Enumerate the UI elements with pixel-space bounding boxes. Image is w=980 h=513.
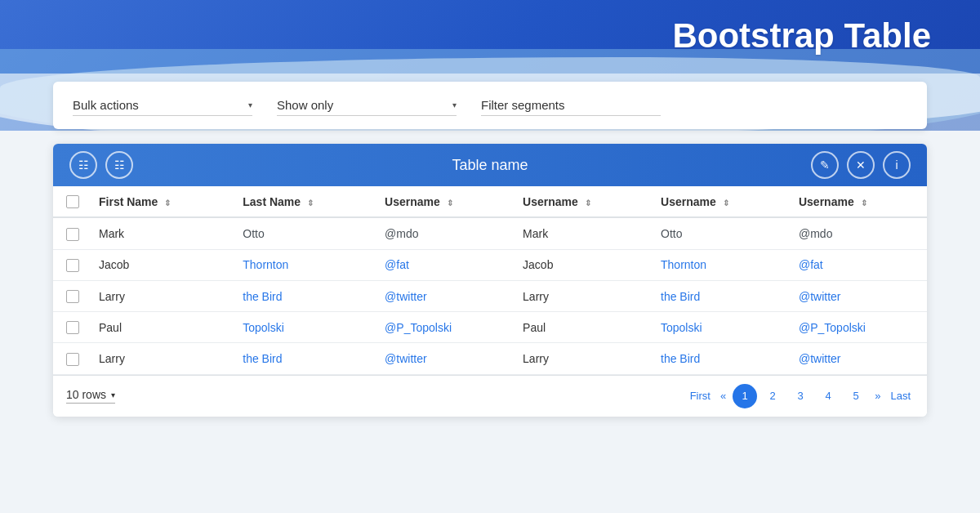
- row-checkbox[interactable]: [66, 290, 79, 303]
- rows-per-page-select[interactable]: 10 rows ▾: [66, 388, 115, 404]
- cell-last-name: the Bird: [233, 343, 375, 374]
- sort-icon-user3: ⇕: [723, 199, 729, 207]
- info-icon: i: [895, 158, 898, 172]
- pagination-page-4[interactable]: 4: [816, 384, 840, 408]
- table-header-row: First Name ⇕ Last Name ⇕ Username ⇕ User…: [53, 186, 927, 217]
- cell-username-4: @twitter: [789, 343, 927, 374]
- pagination-page-1[interactable]: 1: [733, 384, 757, 408]
- cell-username-1: @fat: [375, 249, 513, 280]
- row-checkbox-cell[interactable]: [53, 280, 89, 311]
- cell-first-name: Jacob: [89, 249, 233, 280]
- cell-username-2: Paul: [513, 312, 651, 343]
- cell-username-3: Topolski: [651, 312, 789, 343]
- edit-button[interactable]: ✎: [811, 151, 839, 179]
- cell-username-2: Larry: [513, 343, 651, 374]
- select-all-checkbox[interactable]: [66, 195, 79, 208]
- rows-per-page-label: 10 rows: [66, 388, 106, 401]
- edit-icon: ✎: [820, 158, 830, 172]
- cell-username-1: @twitter: [375, 280, 513, 311]
- cell-username-2: Jacob: [513, 249, 651, 280]
- main-content: Bulk actions ▾ Show only ▾ Filter segmen…: [0, 0, 980, 513]
- row-checkbox-cell[interactable]: [53, 343, 89, 374]
- show-only-label: Show only: [277, 98, 446, 112]
- col-first-name[interactable]: First Name ⇕: [89, 186, 233, 217]
- cell-username-1: @P_Topolski: [375, 312, 513, 343]
- info-button[interactable]: i: [883, 151, 911, 179]
- cell-username-3: the Bird: [651, 343, 789, 374]
- table-head: First Name ⇕ Last Name ⇕ Username ⇕ User…: [53, 186, 927, 217]
- cell-first-name: Paul: [89, 312, 233, 343]
- table-body: MarkOtto@mdoMarkOtto@mdoJacobThornton@fa…: [53, 217, 927, 374]
- filter-segments-label: Filter segments: [481, 98, 661, 112]
- cell-username-4: @mdo: [789, 217, 927, 249]
- cell-first-name: Mark: [89, 217, 233, 249]
- row-checkbox-cell[interactable]: [53, 249, 89, 280]
- show-only-dropdown[interactable]: Show only ▾: [277, 95, 457, 116]
- pagination: First « 1 2 3 4 5 » Last: [687, 384, 914, 408]
- cell-username-2: Larry: [513, 280, 651, 311]
- col-username-2[interactable]: Username ⇕: [513, 186, 651, 217]
- pagination-next[interactable]: »: [871, 384, 884, 408]
- cell-username-2: Mark: [513, 217, 651, 249]
- row-checkbox[interactable]: [66, 353, 79, 366]
- bulk-actions-dropdown[interactable]: Bulk actions ▾: [73, 95, 252, 116]
- sort-icon-user4: ⇕: [861, 199, 867, 207]
- cell-username-4: @fat: [789, 249, 927, 280]
- table-header-bar: ☷ ☷ Table name ✎ ✕ i: [53, 144, 927, 186]
- cell-last-name: Thornton: [233, 249, 375, 280]
- table-icons-right: ✎ ✕ i: [811, 151, 911, 179]
- table-row: JacobThornton@fatJacobThornton@fat: [53, 249, 927, 280]
- cell-last-name: Topolski: [233, 312, 375, 343]
- table-row: Larrythe Bird@twitterLarrythe Bird@twitt…: [53, 280, 927, 311]
- select-all-header[interactable]: [53, 186, 89, 217]
- data-table: First Name ⇕ Last Name ⇕ Username ⇕ User…: [53, 186, 927, 375]
- cell-first-name: Larry: [89, 280, 233, 311]
- show-only-arrow: ▾: [452, 100, 457, 109]
- row-checkbox[interactable]: [66, 259, 79, 272]
- pagination-page-3[interactable]: 3: [788, 384, 813, 408]
- filter-segments-input[interactable]: Filter segments: [481, 95, 661, 116]
- bulk-actions-arrow: ▾: [248, 100, 252, 109]
- table-view-button[interactable]: ☷: [105, 151, 133, 179]
- sort-icon-user1: ⇕: [447, 199, 453, 207]
- table-card: ☷ ☷ Table name ✎ ✕ i: [53, 144, 927, 417]
- cell-username-3: the Bird: [651, 280, 789, 311]
- bulk-actions-label: Bulk actions: [73, 98, 242, 112]
- rows-per-page-arrow: ▾: [111, 390, 115, 399]
- close-button[interactable]: ✕: [847, 151, 875, 179]
- row-checkbox[interactable]: [66, 321, 79, 334]
- sort-icon-lastname: ⇕: [307, 199, 314, 207]
- col-last-name[interactable]: Last Name ⇕: [233, 186, 375, 217]
- sort-icon-firstname: ⇕: [164, 199, 171, 207]
- pagination-prev[interactable]: «: [717, 384, 729, 408]
- pagination-last[interactable]: Last: [887, 384, 914, 408]
- table-row: PaulTopolski@P_TopolskiPaulTopolski@P_To…: [53, 312, 927, 343]
- row-checkbox-cell[interactable]: [53, 312, 89, 343]
- cell-username-1: @mdo: [375, 217, 513, 249]
- close-icon: ✕: [856, 158, 866, 172]
- col-username-3[interactable]: Username ⇕: [651, 186, 789, 217]
- cell-username-4: @twitter: [789, 280, 927, 311]
- row-checkbox[interactable]: [66, 228, 79, 241]
- row-checkbox-cell[interactable]: [53, 217, 89, 249]
- page-title: Bootstrap Table: [672, 16, 931, 56]
- grid-view-button[interactable]: ☷: [69, 151, 97, 179]
- cell-username-1: @twitter: [375, 343, 513, 374]
- pagination-page-5[interactable]: 5: [844, 384, 868, 408]
- table-name-label: Table name: [452, 157, 528, 174]
- cell-first-name: Larry: [89, 343, 233, 374]
- pagination-page-2[interactable]: 2: [760, 384, 785, 408]
- grid-icon: ☷: [78, 158, 89, 172]
- col-username-4[interactable]: Username ⇕: [789, 186, 927, 217]
- table-scroll-area[interactable]: First Name ⇕ Last Name ⇕ Username ⇕ User…: [53, 186, 927, 375]
- cell-last-name: the Bird: [233, 280, 375, 311]
- table-row: MarkOtto@mdoMarkOtto@mdo: [53, 217, 927, 249]
- table-footer: 10 rows ▾ First « 1 2 3 4 5 » Last: [53, 375, 927, 417]
- cell-username-3: Otto: [651, 217, 789, 249]
- table-icon: ☷: [114, 158, 125, 172]
- sort-icon-user2: ⇕: [585, 199, 591, 207]
- table-row: Larrythe Bird@twitterLarrythe Bird@twitt…: [53, 343, 927, 374]
- col-username-1[interactable]: Username ⇕: [375, 186, 513, 217]
- cell-username-3: Thornton: [651, 249, 789, 280]
- pagination-first[interactable]: First: [687, 384, 714, 408]
